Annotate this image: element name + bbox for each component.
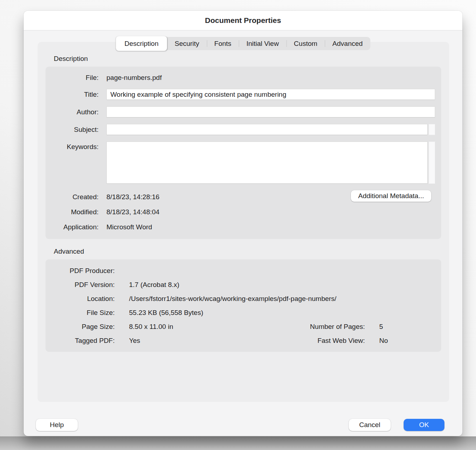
title-input[interactable] (106, 89, 435, 100)
page-size-value: 8.50 x 11.00 in (129, 323, 296, 331)
author-row: Author: (53, 106, 435, 118)
additional-metadata-button[interactable]: Additional Metadata... (351, 190, 431, 202)
file-label: File: (53, 74, 99, 82)
location-value: /Users/fstorr1/sites-work/wcag/working-e… (129, 295, 351, 303)
pdf-producer-label: PDF Producer: (53, 267, 115, 275)
keywords-textarea[interactable] (106, 142, 428, 184)
help-button[interactable]: Help (36, 419, 78, 431)
desktop-background-band (0, 436, 476, 450)
application-value: Microsoft Word (106, 223, 435, 231)
file-size-value: 55.23 KB (56,558 Bytes) (129, 309, 351, 317)
subject-scrollbar-track[interactable] (429, 124, 435, 135)
author-input[interactable] (106, 106, 435, 118)
tagged-pdf-value: Yes (129, 337, 303, 345)
pdf-version-row: PDF Version: 1.7 (Acrobat 8.x) (53, 278, 435, 292)
tab-initial-view[interactable]: Initial View (239, 37, 286, 50)
location-label: Location: (53, 295, 115, 303)
tagged-pdf-row: Tagged PDF: Yes Fast Web View: No (53, 334, 435, 348)
fast-web-view-label: Fast Web View: (318, 337, 365, 345)
title-row: Title: (53, 89, 435, 100)
tagged-pdf-label: Tagged PDF: (53, 337, 115, 345)
application-label: Application: (53, 223, 99, 231)
number-of-pages-label: Number of Pages: (310, 323, 365, 331)
author-label: Author: (53, 108, 99, 116)
pdf-version-value: 1.7 (Acrobat 8.x) (129, 281, 351, 289)
modified-value: 8/18/23, 14:48:04 (106, 208, 435, 216)
ok-button[interactable]: OK (404, 419, 444, 431)
modified-label: Modified: (53, 208, 99, 216)
fast-web-view-value: No (379, 337, 435, 345)
tab-security[interactable]: Security (167, 37, 207, 50)
description-groupbox: File: page-numbers.pdf Title: Author: Su… (46, 67, 441, 239)
pdf-version-label: PDF Version: (53, 281, 115, 289)
created-label: Created: (53, 193, 99, 201)
file-size-label: File Size: (53, 309, 115, 317)
application-row: Application: Microsoft Word (53, 221, 435, 233)
tab-content-panel: Description File: page-numbers.pdf Title… (38, 42, 449, 402)
modified-row: Modified: 8/18/23, 14:48:04 (53, 206, 435, 217)
properties-tab-bar: Description Security Fonts Initial View … (116, 37, 370, 50)
title-label: Title: (53, 91, 99, 99)
tab-custom[interactable]: Custom (286, 37, 325, 50)
dialog-title: Document Properties (205, 16, 281, 25)
keywords-row: Keywords: (53, 142, 435, 184)
description-section-heading: Description (54, 55, 449, 63)
tab-advanced[interactable]: Advanced (325, 37, 370, 50)
page-size-row: Page Size: 8.50 x 11.00 in Number of Pag… (53, 320, 435, 334)
pdf-producer-row: PDF Producer: (53, 264, 435, 278)
dialog-titlebar: Document Properties (24, 11, 462, 30)
keywords-label: Keywords: (53, 142, 99, 151)
subject-label: Subject: (53, 126, 99, 134)
document-properties-dialog: Document Properties Description Security… (24, 11, 462, 436)
cancel-button[interactable]: Cancel (349, 419, 391, 431)
subject-input[interactable] (106, 124, 428, 135)
advanced-section-heading: Advanced (54, 248, 449, 255)
subject-row: Subject: (53, 124, 435, 135)
file-size-row: File Size: 55.23 KB (56,558 Bytes) (53, 306, 435, 320)
number-of-pages-value: 5 (379, 323, 435, 331)
advanced-groupbox: PDF Producer: PDF Version: 1.7 (Acrobat … (46, 259, 441, 352)
tab-fonts[interactable]: Fonts (207, 37, 239, 50)
keywords-scrollbar-track[interactable] (429, 142, 435, 184)
file-value: page-numbers.pdf (106, 74, 435, 82)
page-size-label: Page Size: (53, 323, 115, 331)
location-row: Location: /Users/fstorr1/sites-work/wcag… (53, 292, 435, 306)
tab-description[interactable]: Description (116, 36, 167, 51)
file-row: File: page-numbers.pdf (53, 72, 435, 83)
